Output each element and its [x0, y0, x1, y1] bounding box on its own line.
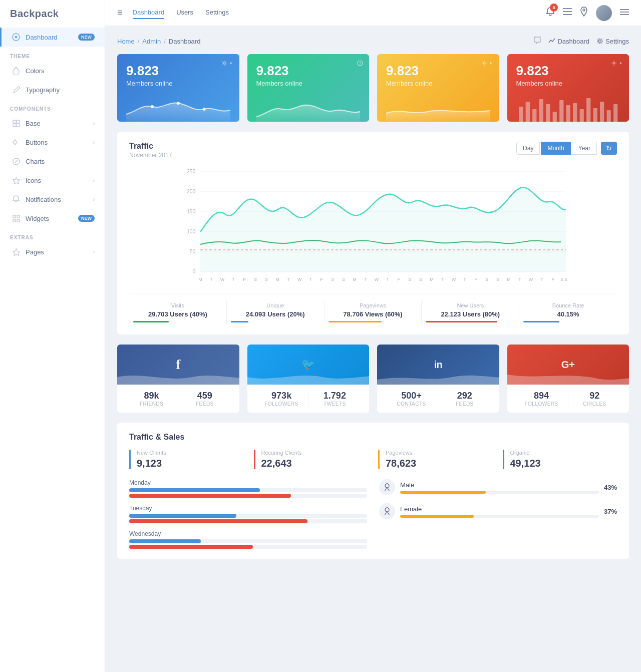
- stat-card-settings-3[interactable]: [611, 60, 623, 66]
- breadcrumb-dashboard-link[interactable]: Dashboard: [548, 38, 589, 45]
- sidebar-item-typography[interactable]: Typography: [0, 80, 105, 99]
- list-button[interactable]: [563, 8, 572, 18]
- topbar-nav-dashboard[interactable]: Dashboard: [133, 7, 165, 19]
- svg-text:T: T: [232, 277, 235, 282]
- svg-rect-2: [13, 120, 16, 123]
- social-cards-grid: f 89k FRIENDS 459 FEEDS 🐦: [117, 345, 629, 413]
- ts-bar-wednesday: Wednesday: [129, 530, 367, 549]
- stat-card-chart-3: [516, 94, 620, 122]
- bell-icon: [12, 195, 21, 204]
- stat-card-settings-1[interactable]: [357, 60, 363, 66]
- social-card-twitter: 🐦 973k FOLLOWERS 1.792 TWEETS: [247, 345, 370, 413]
- twitter-icon: 🐦: [301, 358, 315, 371]
- svg-point-20: [599, 40, 601, 43]
- stat-card-label-1: Members online: [256, 80, 361, 87]
- ts-gender-male-info: Male: [400, 481, 599, 494]
- svg-text:F: F: [397, 277, 400, 282]
- edit-icon: [12, 85, 21, 94]
- traffic-btn-month[interactable]: Month: [541, 142, 570, 155]
- topbar-menu-button[interactable]: [620, 8, 629, 18]
- ts-bar-rows: Monday Tuesday: [129, 479, 367, 549]
- breadcrumb-dashboard-label: Dashboard: [557, 38, 589, 45]
- stat-card-chart-2: [386, 94, 490, 122]
- hamburger-button[interactable]: ≡: [117, 8, 123, 18]
- sidebar-label-pages: Pages: [26, 248, 93, 256]
- topbar-nav-settings[interactable]: Settings: [205, 7, 229, 19]
- traffic-subtitle: November 2017: [129, 152, 172, 159]
- base-icon: [12, 119, 21, 128]
- sidebar-label-typography: Typography: [26, 86, 95, 94]
- sidebar-item-charts[interactable]: Charts: [0, 152, 105, 171]
- location-button[interactable]: [580, 7, 588, 19]
- stat-card-settings-0[interactable]: [221, 60, 233, 66]
- svg-rect-34: [566, 105, 570, 122]
- notifications-button[interactable]: 5: [546, 7, 555, 19]
- svg-text:W: W: [529, 277, 533, 282]
- svg-text:T: T: [540, 277, 543, 282]
- traffic-title: Traffic: [129, 142, 172, 151]
- sidebar-item-colors[interactable]: Colors: [0, 61, 105, 80]
- visits-bar: [133, 321, 169, 322]
- googleplus-stats: 894 FOLLOWERS 92 CIRCLES: [507, 385, 629, 413]
- arrow-icon-buttons: ›: [93, 140, 95, 145]
- ts-bar-wednesday-fill-2: [129, 545, 253, 549]
- stat-card-3: 9.823 Members online: [507, 54, 629, 122]
- linkedin-contacts-num: 500+: [385, 391, 438, 401]
- sidebar-item-buttons[interactable]: Buttons ›: [0, 133, 105, 152]
- grid-icon: [12, 214, 21, 223]
- traffic-btn-day[interactable]: Day: [516, 142, 540, 155]
- googleplus-followers-num: 894: [515, 391, 568, 401]
- stat-card-label-2: Members online: [386, 80, 490, 87]
- sidebar-item-icons[interactable]: Icons ›: [0, 171, 105, 190]
- svg-rect-28: [525, 102, 529, 122]
- sidebar-item-base[interactable]: Base ›: [0, 114, 105, 133]
- breadcrumb-settings-link[interactable]: Settings: [596, 38, 629, 45]
- stat-card-settings-2[interactable]: [481, 60, 493, 66]
- googleplus-followers: 894 FOLLOWERS: [515, 391, 568, 407]
- traffic-stat-bounce: Bounce Rate 40.15%: [519, 300, 617, 324]
- sidebar-label-notifications: Notifications: [26, 196, 93, 203]
- svg-rect-29: [532, 109, 536, 122]
- svg-text:F: F: [320, 277, 323, 282]
- traffic-chart-svg: 250 200 150 100 50 0 M T: [129, 167, 617, 287]
- user-avatar[interactable]: [596, 5, 612, 21]
- ts-bar-monday-label: Monday: [129, 479, 367, 486]
- ts-new-clients-label: New Clients: [137, 450, 244, 456]
- svg-rect-36: [579, 109, 583, 122]
- svg-rect-3: [17, 120, 20, 123]
- facebook-friends: 89k FRIENDS: [125, 391, 178, 407]
- stat-card-0: 9.823 Members online: [117, 54, 239, 122]
- sidebar-label-buttons: Buttons: [26, 139, 93, 146]
- breadcrumb: Home / Admin / Dashboard Dashboard Setti…: [117, 36, 629, 46]
- traffic-btn-year[interactable]: Year: [572, 142, 597, 155]
- breadcrumb-chat-icon[interactable]: [533, 36, 541, 46]
- breadcrumb-current: Dashboard: [169, 38, 201, 45]
- traffic-refresh-button[interactable]: ↻: [601, 142, 617, 155]
- svg-rect-11: [17, 219, 20, 222]
- arrow-icon-base: ›: [93, 121, 95, 126]
- svg-text:M: M: [353, 277, 357, 282]
- unique-bar: [231, 321, 249, 322]
- svg-rect-38: [593, 108, 597, 122]
- sidebar-item-dashboard[interactable]: Dashboard NEW: [0, 28, 105, 47]
- section-extras: EXTRAS: [0, 228, 105, 242]
- svg-rect-41: [613, 104, 617, 122]
- linkedin-contacts: 500+ CONTACTS: [385, 391, 438, 407]
- breadcrumb-home[interactable]: Home: [117, 38, 135, 45]
- sidebar-item-widgets[interactable]: Widgets NEW: [0, 209, 105, 228]
- sidebar-item-notifications[interactable]: Notifications ›: [0, 190, 105, 209]
- topbar-nav-users[interactable]: Users: [176, 7, 193, 19]
- traffic-title-area: Traffic November 2017: [129, 142, 172, 159]
- ts-gender-male-name: Male: [400, 481, 599, 489]
- googleplus-followers-label: FOLLOWERS: [515, 401, 568, 407]
- traffic-stat-visits: Visits 29.703 Users (40%): [129, 300, 227, 324]
- dashboard-icon: [12, 33, 21, 42]
- facebook-feeds-num: 459: [178, 391, 231, 401]
- facebook-card-top: f: [117, 345, 239, 385]
- breadcrumb-admin[interactable]: Admin: [142, 38, 161, 45]
- svg-point-25: [483, 62, 485, 64]
- sidebar-item-pages[interactable]: Pages ›: [0, 242, 105, 261]
- page-content: Home / Admin / Dashboard Dashboard Setti…: [105, 26, 641, 672]
- svg-text:S: S: [560, 277, 563, 282]
- svg-point-90: [385, 484, 389, 488]
